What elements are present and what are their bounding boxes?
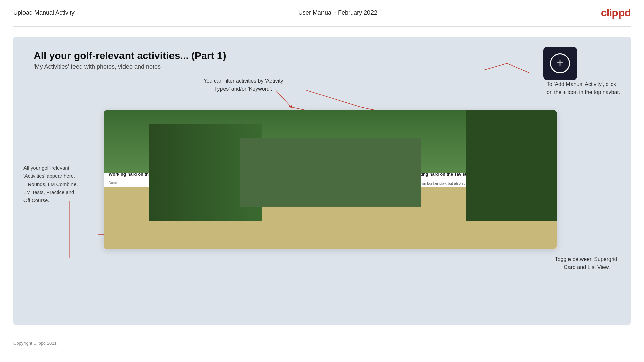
- add-button-box[interactable]: +: [543, 47, 577, 80]
- copyright: Copyright Clippd 2021: [13, 341, 57, 346]
- manual-title: User Manual - February 2022: [298, 9, 377, 16]
- toggle-callout: Toggle between Supergrid, Card and List …: [550, 255, 624, 271]
- upload-manual-label: Upload Manual Activity: [13, 9, 75, 16]
- card-image-3: [411, 202, 552, 239]
- top-bar: Upload Manual Activity User Manual - Feb…: [0, 0, 644, 26]
- main-subtitle: 'My Activities' feed with photos, video …: [34, 63, 610, 70]
- filter-callout: You can filter activities by 'Activity T…: [201, 77, 285, 93]
- cards-container: Dave Billingham 11 Feb 2022 · Gym Workin…: [104, 154, 557, 249]
- add-button-circle: +: [550, 53, 570, 73]
- main-content: All your golf-relevant activities... (Pa…: [13, 37, 631, 325]
- top-divider: [13, 26, 631, 27]
- activities-callout: All your golf-relevant 'Activities' appe…: [23, 164, 91, 204]
- svg-line-2: [307, 90, 361, 107]
- main-title: All your golf-relevant activities... (Pa…: [34, 50, 610, 61]
- add-plus-icon: +: [556, 57, 563, 69]
- clippd-logo: clippd: [601, 7, 631, 19]
- footer: Copyright Clippd 2021: [0, 335, 644, 351]
- activity-card-3: Dave Billingham 08 Feb 2022 · Woburn Wor…: [406, 154, 557, 249]
- heading-section: All your golf-relevant activities... (Pa…: [34, 50, 610, 70]
- app-mockup: clippd Performance ▾ Activities ⊕ ↺ 👤 Ad…: [104, 110, 557, 249]
- add-manual-callout: To 'Add Manual Activity', click on the +…: [547, 80, 621, 96]
